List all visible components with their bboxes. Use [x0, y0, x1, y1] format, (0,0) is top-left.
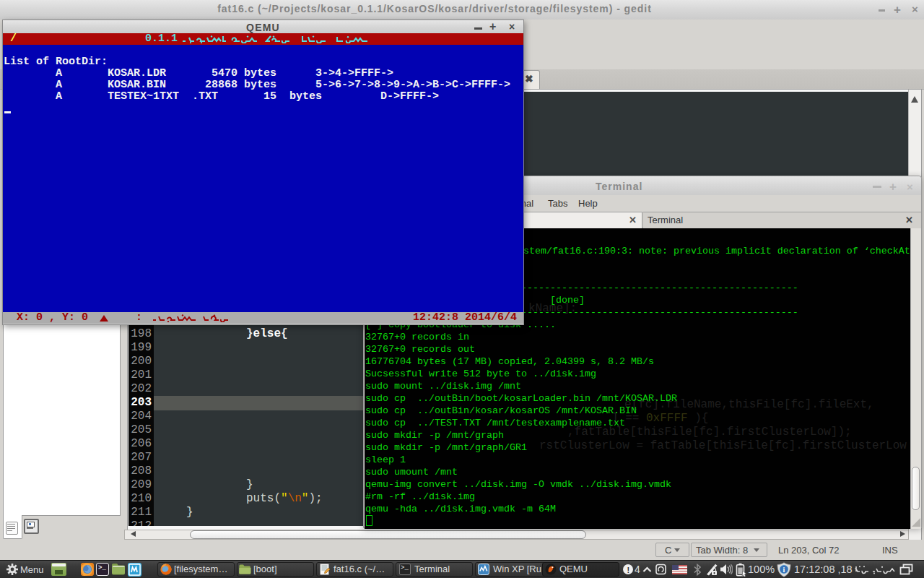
svg-text:i: i: [783, 566, 785, 574]
